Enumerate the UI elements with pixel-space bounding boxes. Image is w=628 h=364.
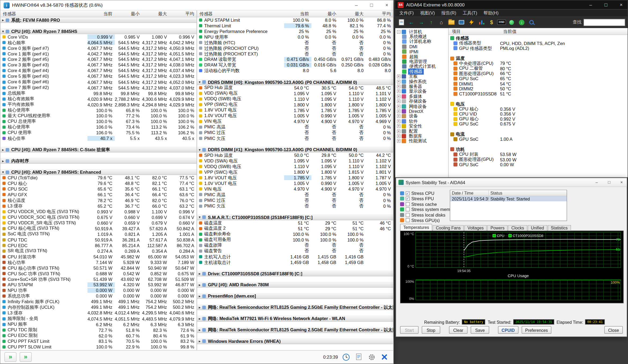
sensor-row[interactable]: CPU 封装功率54.010 W45.982 W65.000 W54.053 W — [0, 254, 197, 259]
tree-item-ipmi[interactable]: IPMI — [395, 49, 448, 54]
update-icon[interactable]: ↓ — [518, 19, 525, 26]
sensor-row[interactable]: 总线频率99.8 MHz99.8 MHz99.8 MHz99.8 MHz — [0, 91, 197, 96]
stop-button[interactable]: Stop — [422, 326, 440, 334]
stress-option[interactable]: Stress FPU — [400, 196, 456, 201]
sensor-row[interactable]: 主机读取总计1,459 GB1,458 GB1,459 GB — [197, 259, 393, 265]
content-section-row[interactable]: 电流 — [449, 132, 627, 137]
content-row[interactable]: DIMM154 °C — [449, 81, 627, 86]
close-button[interactable]: × — [615, 0, 628, 9]
maximize-button[interactable]: □ — [600, 0, 612, 9]
sensor-row[interactable]: PMIC 高温否否否0 % — [197, 124, 393, 130]
stress-option[interactable]: Stress system memory — [400, 207, 456, 212]
tree-item-network[interactable]: +网络设备 — [395, 104, 448, 109]
column-current[interactable]: 当前 — [87, 11, 115, 17]
expand-icon[interactable]: + — [397, 124, 400, 128]
expand-icon[interactable]: ▸ — [197, 317, 202, 320]
sensor-row[interactable]: CPU 核心功率 (SVI3 TFN)50.571 W42.844 W50.94… — [0, 265, 197, 271]
sensor-row[interactable]: 系统总功率0.000 W0.000 W0.000 W0.000 W — [0, 293, 197, 299]
back-icon[interactable]: ← — [408, 19, 415, 26]
content-row[interactable]: GPU 传感器类型PMLog (ADL2) — [449, 46, 627, 51]
sensor-row[interactable]: CPU TDC 限制72.7 %51.8 %82.3 %72.6 % — [0, 327, 197, 333]
checkbox[interactable] — [406, 197, 410, 201]
sensor-row[interactable]: VIN 电压4.970 V4.900 V4.970 V4.969 V — [197, 119, 393, 124]
sensor-row[interactable]: 磁盘故障否否否 — [197, 243, 393, 248]
sensor-row[interactable]: SoC 电流 (SVI3 TFN)1.019 A0.821 A1.205 A1.… — [0, 231, 197, 237]
log-column-status[interactable]: Status — [489, 191, 567, 195]
close-button[interactable]: × — [616, 178, 627, 186]
tab-statistics[interactable]: Statistics — [548, 225, 571, 231]
sensor-row[interactable]: VDDQ (SWB) 电压1.110 V1.095 V1.110 V1.102 … — [197, 164, 393, 169]
content-row[interactable]: GPU SoC0.00 W — [449, 162, 627, 167]
column-current[interactable]: 当前 — [284, 11, 312, 17]
column-max[interactable]: 最大 — [142, 11, 169, 17]
reset-minmax-button[interactable] — [20, 352, 32, 362]
sensor-row[interactable]: CPU VDDCR_SR 电压 (SVI3 TFN)0.660 V0.659 V… — [0, 220, 197, 226]
content-row[interactable]: 图形处理器(GPU)66 °C — [449, 71, 627, 76]
column-max[interactable]: 最大 — [339, 11, 366, 17]
maximize-button[interactable]: □ — [365, 0, 378, 10]
sensor-row[interactable]: VDD (SWA) 电压1.095 V1.095 V1.110 V1.102 V — [197, 158, 393, 164]
minimize-button[interactable]: – — [350, 0, 363, 10]
column-sensor[interactable]: 传感器 — [0, 11, 87, 17]
sensor-group-header[interactable]: ▾DDR5 DIMM [#0]: Kingston 9905790-123.A0… — [197, 79, 393, 85]
tree-item-devices[interactable]: +设备 — [395, 114, 448, 119]
sensor-group-header[interactable]: ▾DDR5 DIMM [#1]: Kingston 9905790-123.A0… — [197, 147, 393, 153]
expand-icon[interactable]: + — [397, 120, 400, 123]
preferences-button[interactable]: Preferences — [522, 326, 552, 334]
sensor-row[interactable]: VPP (SWC) 电压1.800 V1.800 V1.815 V1.801 V — [197, 169, 393, 175]
checkbox[interactable] — [406, 213, 410, 217]
sensor-row[interactable]: PMIC 欠压否否否0 % — [197, 136, 393, 141]
column-avg[interactable]: 平均 — [169, 11, 197, 17]
sensor-row[interactable]: PMIC 欠压否否否0 % — [197, 203, 393, 209]
sensor-row[interactable]: Core 0 频率 (perf #7)4,067.7 MHz544.5 MHz4… — [0, 45, 197, 51]
column-min[interactable]: 最小 — [311, 11, 339, 17]
exit-button[interactable] — [380, 352, 389, 362]
report-icon[interactable] — [398, 19, 405, 26]
monitor-icon[interactable] — [458, 19, 465, 26]
expand-icon[interactable]: + — [397, 134, 400, 138]
sensor-group-header[interactable]: ▸网络: RealTek Semiconductor RTL8125 Gamin… — [197, 327, 393, 333]
sensor-group-header[interactable]: ▸内存时序 — [0, 158, 197, 164]
sensor-row[interactable]: 1.0V VOUT 电压1.005 V0.990 V1.005 V1.005 V — [197, 113, 393, 119]
expand-icon[interactable]: ▸ — [0, 18, 5, 22]
tab-cooling-fans[interactable]: Cooling Fans — [433, 225, 464, 231]
sensor-row[interactable]: CPU SOC65.6 °C35.6 °C66.1 °C63.1 °C — [0, 186, 197, 192]
sensor-row[interactable]: NPU 功率0.000 W0.000 W0.000 W0.000 W — [0, 288, 197, 293]
content-row[interactable]: GPU SoC1.00 A — [449, 137, 627, 142]
sensor-row[interactable]: L3 缓存4,032.8 MHz4,012.4 MHz4,299.5 MHz4,… — [0, 310, 197, 316]
content-row[interactable]: 中央处理器(CPU)79 °C — [449, 61, 627, 66]
column-min[interactable]: 最小 — [115, 11, 142, 17]
sensor-row[interactable]: 过热降频 (PROCHOT EXT)否否否0 % — [197, 51, 393, 57]
sensor-row[interactable]: Thermal Limit79.6 %48.8 %82.1 %77.4 % — [197, 23, 393, 28]
content-section-row[interactable]: 功耗 — [449, 147, 627, 152]
content-section-row[interactable]: 传感器 — [449, 36, 627, 41]
close-button[interactable]: × — [381, 0, 393, 10]
sensor-row[interactable]: PMIC 过压否否否0 % — [197, 130, 393, 136]
collapse-icon[interactable]: − — [397, 30, 400, 34]
sensor-row[interactable]: 磁盘剩余寿命100.0 %100.0 %100.0 % — [197, 231, 393, 237]
column-avg[interactable]: 平均 — [366, 11, 393, 17]
column-current-value[interactable]: 当前值 — [503, 28, 516, 34]
sensor-group-header[interactable]: ▸系统: FEVM FA880 PRO — [0, 17, 197, 23]
sensor-row[interactable]: 磁盘可用备用100.0 %100.0 %100.0 % — [197, 237, 393, 243]
expand-icon[interactable]: + — [397, 105, 400, 108]
expand-icon[interactable]: ▸ — [197, 283, 202, 287]
content-row[interactable]: CPU VID0.356 V — [449, 112, 627, 117]
sensor-row[interactable]: Core 5 频率 (perf #0)4,067.7 MHz544.5 MHz4… — [0, 74, 197, 79]
content-row[interactable]: 图形处理器(GPU)53.00 W — [449, 157, 627, 162]
osd-icon[interactable]: OSD — [498, 19, 505, 26]
tree-item-sensor[interactable]: 传感器 — [395, 69, 448, 74]
expand-icon[interactable]: + — [397, 129, 400, 133]
sensor-row[interactable]: APU STAPM Limit100.0 %8.0 %100.0 %86.8 % — [197, 17, 393, 23]
sensor-row[interactable]: Energy Performance Preference25 %25 %25 … — [197, 28, 393, 34]
content-row[interactable]: DIMM250 °C — [449, 86, 627, 91]
tree-item-security[interactable]: +安全性 — [395, 124, 448, 129]
sensor-group-header[interactable]: ▸CPU [#0]: AMD Ryzen 7 8845HS: C-State 驻… — [0, 147, 197, 153]
up-icon[interactable]: ↑ — [428, 19, 435, 26]
menu-item[interactable]: 文件(F) — [396, 10, 417, 16]
menu-item[interactable]: 工具(T) — [459, 10, 480, 16]
sensor-group-header[interactable]: ▾S.M.A.R.T.: CT1000P310SSD8 (25184FF188F… — [197, 214, 393, 220]
sensor-row[interactable]: 平均有效频率4,020.9 MHz2,898.3 MHz4,294.8 MHz4… — [0, 102, 197, 107]
sensor-row[interactable]: DRAM 写入带宽0.031 GB/s0.016 GB/s0.250 GB/s0… — [197, 62, 393, 68]
sensor-row[interactable]: 1.0V VOUT 电压1.005 V0.990 V1.005 V1.005 V — [197, 181, 393, 186]
